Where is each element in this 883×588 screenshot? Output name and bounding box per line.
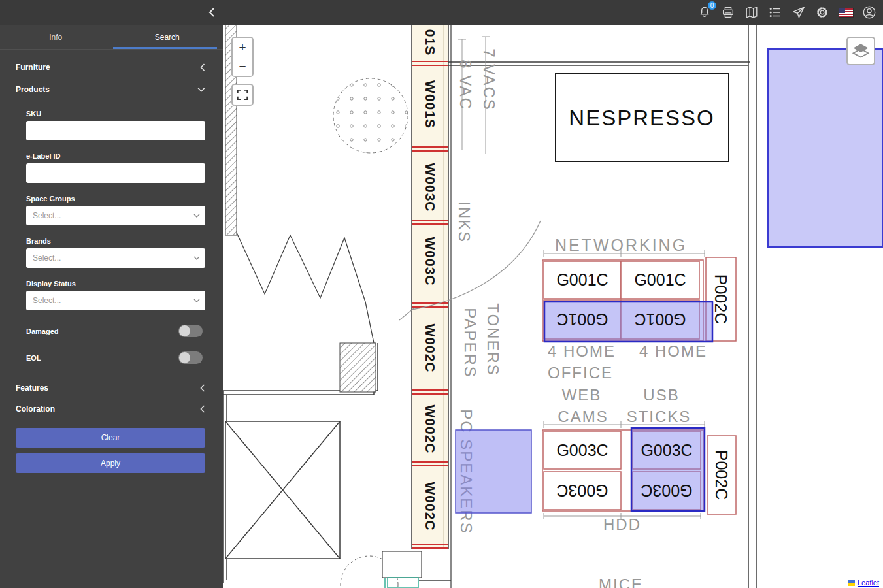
g001c-label-mirrored: G001C [634, 310, 686, 329]
chevron-down-icon [193, 256, 200, 260]
chevron-left-icon [200, 63, 205, 71]
zoom-control: + − [231, 37, 254, 77]
wall-label: W001S [423, 80, 438, 129]
mice-label: MICE [599, 576, 643, 588]
select-arrow [188, 248, 205, 268]
user-avatar[interactable] [862, 5, 876, 20]
map-attribution: Leaflet [844, 578, 883, 588]
notification-badge: 0 [708, 1, 716, 10]
p002c-label: P002C [712, 450, 731, 500]
paper-plane-icon [791, 5, 806, 20]
vac8-label: 8 VAC [457, 59, 475, 110]
display-status-label: Display Status [26, 280, 223, 287]
printer-glyph-icon [721, 5, 735, 20]
tab-info-label: Info [49, 33, 62, 42]
nespresso-label: NESPRESSO [569, 106, 714, 130]
eol-row: EOL [26, 351, 203, 364]
section-furniture-label: Furniture [16, 63, 50, 72]
p002c-label: P002C [712, 274, 730, 324]
language-flag[interactable] [839, 5, 853, 20]
chevron-left-icon [200, 384, 205, 392]
g003c-label-mirrored: G003C [641, 482, 692, 500]
section-features-label: Features [16, 384, 48, 393]
brands-select[interactable]: Select... [26, 248, 205, 268]
damaged-label: Damaged [26, 327, 59, 335]
damaged-toggle[interactable] [178, 325, 203, 337]
home4-label: 4 HOME [639, 342, 707, 360]
wall-label: W002C [423, 404, 438, 453]
list-glyph-icon [768, 5, 782, 20]
topbar: 0 [0, 0, 883, 25]
section-features[interactable]: Features [0, 380, 223, 397]
floorplan-map[interactable]: 01S W001S W003C W003C W002C W002C W002C … [223, 25, 883, 588]
section-products[interactable]: Products [0, 81, 223, 98]
select-arrow [188, 206, 205, 225]
section-coloration[interactable]: Coloration [0, 400, 223, 417]
tab-search-label: Search [155, 33, 180, 42]
expand-icon [236, 88, 249, 101]
wall-fixture-strip[interactable]: 01S W001S W003C W003C W002C W002C W002C [412, 25, 448, 549]
chevron-left-icon [200, 405, 205, 413]
tab-search[interactable]: Search [112, 25, 224, 49]
wall-label: 01S [423, 29, 438, 56]
sku-input[interactable] [26, 121, 205, 140]
folded-map-icon [744, 5, 759, 20]
brands-label: Brands [26, 237, 223, 245]
section-furniture[interactable]: Furniture [0, 59, 223, 76]
floor-plan-svg[interactable]: 01S W001S W003C W003C W002C W002C W002C … [223, 25, 883, 588]
leaflet-link[interactable]: Leaflet [858, 579, 879, 587]
display-status-select[interactable]: Select... [26, 291, 205, 310]
elabel-label: e-Label ID [26, 152, 223, 160]
settings-gear-icon[interactable] [815, 5, 829, 20]
damaged-row: Damaged [26, 325, 203, 337]
us-flag-icon [839, 8, 853, 17]
elabel-input[interactable] [26, 163, 205, 183]
list-icon[interactable] [768, 5, 782, 20]
tab-info[interactable]: Info [0, 25, 112, 49]
apply-button[interactable]: Apply [16, 453, 205, 473]
layers-control[interactable] [846, 37, 875, 65]
avatar-icon [862, 5, 876, 20]
sawtooth-wall [237, 233, 374, 343]
sku-label: SKU [26, 110, 223, 118]
selection-overlay-topright[interactable] [768, 49, 883, 247]
toners-label: TONERS [484, 303, 502, 376]
gear-icon [815, 5, 829, 20]
zoom-in-button[interactable]: + [233, 38, 252, 57]
hdd-label: HDD [603, 515, 641, 533]
notification-bell-icon[interactable]: 0 [697, 5, 712, 20]
space-groups-label: Space Groups [26, 195, 223, 203]
hatched-wall-diagonal [340, 343, 376, 392]
g001c-label: G001C [556, 270, 608, 289]
papers-label: PAPERS [461, 308, 479, 378]
printer-icon[interactable] [721, 5, 735, 20]
vac7-label: 7 VACS [480, 48, 498, 111]
section-coloration-label: Coloration [16, 404, 55, 414]
sidebar-tabs: Info Search [0, 25, 223, 50]
usb-label: USB [643, 386, 679, 404]
layers-icon [852, 43, 870, 59]
chevron-down-icon [193, 214, 200, 218]
bottom-fixtures [341, 551, 422, 588]
space-groups-select[interactable]: Select... [26, 206, 205, 225]
cams-label: CAMS [558, 408, 608, 425]
wall-label: W003C [423, 237, 438, 286]
map-book-icon[interactable] [744, 5, 759, 20]
leaflet-flag-icon [848, 580, 855, 586]
fullscreen-button[interactable] [231, 84, 254, 106]
chevron-down-icon [197, 87, 205, 92]
selection-overlay-speakers[interactable] [456, 430, 531, 513]
sidebar-collapse-button[interactable] [204, 5, 220, 20]
g001c-label-mirrored: G001C [556, 310, 608, 329]
office-label: OFFICE [548, 364, 613, 382]
eol-toggle[interactable] [178, 351, 203, 364]
send-plane-icon[interactable] [791, 5, 806, 20]
wall-label: W002C [423, 323, 438, 372]
clear-button[interactable]: Clear [16, 428, 205, 448]
select-arrow [188, 291, 205, 310]
g003c-label-mirrored: G003C [556, 482, 608, 500]
zoom-out-button[interactable]: − [233, 57, 252, 76]
section-products-label: Products [16, 85, 50, 94]
eol-label: EOL [26, 354, 41, 362]
search-sidebar: Info Search Furniture Products SKU e-Lab… [0, 25, 223, 588]
